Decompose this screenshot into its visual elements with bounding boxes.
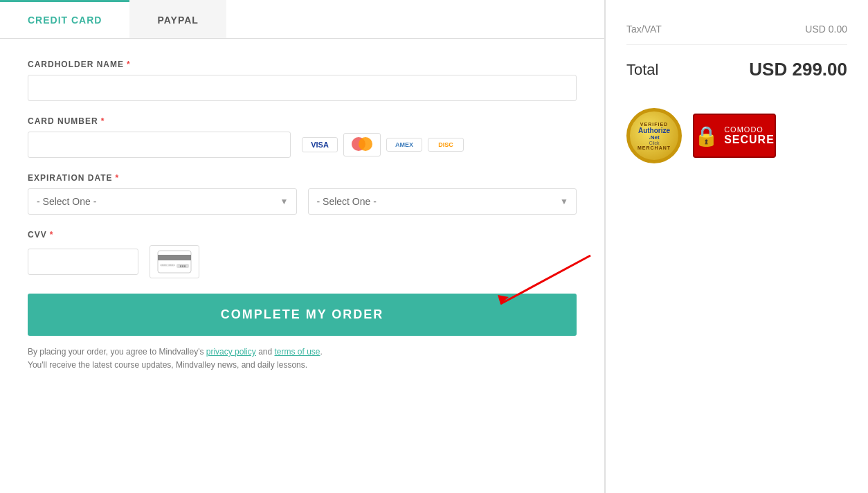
year-select[interactable]: - Select One - 2024 2025 2026 2027 2028 … — [308, 188, 577, 215]
payment-tabs: CREDIT CARD PAYPAL — [0, 0, 604, 39]
tax-label: Tax/VAT — [626, 24, 662, 35]
mastercard-icon — [343, 133, 381, 156]
cardholder-name-input[interactable] — [28, 75, 577, 101]
cvv-group: CVV* xxx xxxx xxxx — [28, 230, 577, 278]
privacy-policy-link[interactable]: privacy policy — [206, 347, 256, 357]
authorize-badge: VERIFIED Authorize .Net Click MERCHANT — [626, 108, 682, 163]
authorize-verified: VERIFIED — [640, 122, 668, 127]
tab-credit-card[interactable]: CREDIT CARD — [0, 0, 129, 38]
cvv-row: xxx xxxx xxxx — [28, 245, 577, 278]
button-area: COMPLETE MY ORDER By placing your order,… — [28, 294, 577, 372]
cvv-label: CVV* — [28, 230, 577, 240]
right-panel: Tax/VAT USD 0.00 Total USD 299.00 VERIFI… — [605, 0, 868, 493]
comodo-badge: 🔒 COMODO SECURE — [693, 114, 776, 158]
month-select[interactable]: - Select One - 01 - January 02 - Februar… — [28, 188, 297, 215]
cardholder-name-group: CARDHOLDER NAME* — [28, 60, 577, 101]
authorize-merchant: MERCHANT — [638, 145, 671, 150]
credit-card-form: CARDHOLDER NAME* CARD NUMBER* VISA — [0, 39, 604, 393]
discover-icon: DISC — [428, 138, 464, 152]
cardholder-name-label: CARDHOLDER NAME* — [28, 60, 577, 69]
terms-link[interactable]: terms of use — [275, 347, 320, 357]
comodo-lock-icon: 🔒 — [694, 125, 718, 147]
total-label: Total — [626, 61, 658, 79]
expiration-row: - Select One - 01 - January 02 - Februar… — [28, 188, 577, 215]
svg-text:xxx: xxx — [179, 264, 186, 268]
tax-row: Tax/VAT USD 0.00 — [626, 14, 847, 45]
expiration-date-group: EXPIRATION DATE* - Select One - 01 - Jan… — [28, 173, 577, 215]
required-star: * — [127, 60, 131, 69]
comodo-text: COMODO SECURE — [724, 125, 775, 146]
total-row: Total USD 299.00 — [626, 45, 847, 94]
required-star-3: * — [116, 173, 120, 183]
authorize-name: Authorize — [638, 127, 670, 134]
year-select-wrapper: - Select One - 2024 2025 2026 2027 2028 … — [308, 188, 577, 215]
tax-value: USD 0.00 — [805, 24, 847, 35]
tab-paypal[interactable]: PAYPAL — [129, 0, 226, 38]
privacy-text: By placing your order, you agree to Mind… — [28, 346, 577, 372]
visa-icon: VISA — [302, 137, 338, 152]
authorize-click: Click — [649, 141, 659, 145]
cvv-card-image: xxx xxxx xxxx — [150, 245, 199, 278]
card-number-row: VISA AMEX DISC — [28, 132, 577, 158]
svg-text:xxxx xxxx: xxxx xxxx — [160, 263, 175, 267]
card-icons: VISA AMEX DISC — [302, 133, 464, 156]
left-panel: CREDIT CARD PAYPAL CARDHOLDER NAME* CARD… — [0, 0, 605, 493]
expiration-date-label: EXPIRATION DATE* — [28, 173, 577, 183]
svg-rect-2 — [158, 251, 191, 273]
svg-rect-3 — [158, 255, 191, 260]
required-star-2: * — [101, 116, 105, 126]
authorize-net: .Net — [649, 134, 659, 141]
svg-point-1 — [359, 137, 372, 151]
card-number-group: CARD NUMBER* VISA AMEX DISC — [28, 116, 577, 158]
card-number-input[interactable] — [28, 132, 291, 158]
total-value: USD 299.00 — [749, 59, 847, 80]
cvv-input[interactable] — [28, 249, 138, 275]
complete-order-button[interactable]: COMPLETE MY ORDER — [28, 294, 577, 336]
card-number-label: CARD NUMBER* — [28, 116, 577, 126]
security-badges: VERIFIED Authorize .Net Click MERCHANT 🔒… — [626, 108, 847, 163]
page-wrapper: CREDIT CARD PAYPAL CARDHOLDER NAME* CARD… — [0, 0, 868, 493]
month-select-wrapper: - Select One - 01 - January 02 - Februar… — [28, 188, 297, 215]
required-star-4: * — [50, 230, 54, 240]
amex-icon: AMEX — [386, 138, 422, 152]
